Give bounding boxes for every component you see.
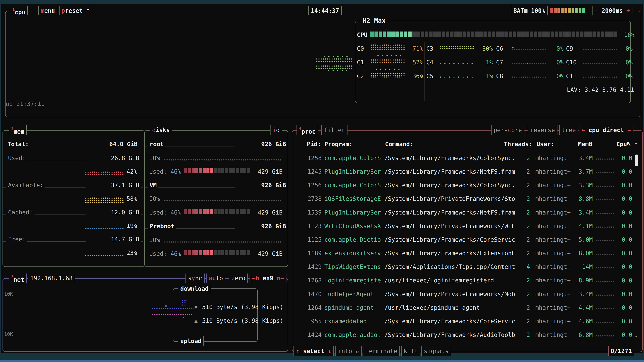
sort-arrow-icon: ↑ (634, 140, 638, 148)
proc-user: mhartingt+ (535, 168, 571, 175)
proc-mem: 3.4M (570, 154, 593, 162)
header-cpu[interactable]: Cpu% (616, 140, 630, 148)
interval-value: 2000ms (602, 7, 623, 14)
disk-size: 926 GiB (235, 140, 288, 148)
tab-net[interactable]: 3net (9, 274, 27, 283)
core-label: C0 (357, 45, 364, 52)
proc-sort-switcher[interactable]: ← cpu direct → (579, 125, 634, 135)
proc-program: iOSFilesStorageE (324, 195, 381, 202)
scroll-down-icon[interactable]: ↓ (634, 331, 638, 339)
proc-cpu: 0.0 (614, 182, 632, 189)
proc-sort-next-icon[interactable]: → (628, 127, 631, 133)
net-interface-switcher[interactable]: ←b en9 n→ (250, 274, 286, 283)
core-column-divider (495, 42, 496, 100)
proc-percore-button[interactable]: per-core (491, 125, 524, 135)
proc-selection-position: 0/1271 (608, 347, 634, 356)
proc-command: /System/Library/Frameworks/AudioToolb (384, 331, 515, 339)
proc-cpu: 0.0 (614, 154, 632, 162)
core-label: C4 (426, 59, 433, 66)
net-sync-button[interactable]: sync (186, 274, 204, 283)
proc-sort-prev-icon[interactable]: ← (582, 127, 585, 133)
net-download-graph-dot (165, 305, 166, 307)
header-command[interactable]: Command: (385, 140, 414, 148)
disk-used-value: 429 GiB (248, 168, 282, 175)
proc-info-button[interactable]: info ↵ (336, 347, 362, 356)
net-zero-button[interactable]: zero (229, 274, 248, 283)
core-label: C8 (496, 72, 503, 80)
proc-mem: 4.6M (570, 318, 593, 325)
interval-increase-button[interactable]: + (626, 7, 630, 14)
proc-scrollbar-thumb[interactable] (635, 155, 638, 166)
proc-program: PlugInLibrarySer (324, 168, 381, 175)
header-mem[interactable]: MemB (578, 140, 592, 148)
proc-cpu-graph (596, 226, 614, 228)
bottom-edge-highlight (0, 360, 644, 362)
tab-preset[interactable]: preset * (59, 6, 92, 15)
mem-total-label: Total: (8, 140, 29, 148)
net-prev-button[interactable]: ←b (252, 275, 259, 282)
mem-free-label: Free: (6, 236, 27, 243)
proc-threads: 2 (513, 331, 530, 339)
disk-used-meter-fill (184, 168, 214, 173)
tab-mem[interactable]: 2mem (9, 125, 27, 135)
net-download-title: download (178, 284, 211, 294)
proc-select-button[interactable]: ↑ select ↓ (294, 347, 334, 356)
select-down-icon[interactable]: ↓ (328, 348, 332, 355)
cpu-meter-track (412, 31, 618, 37)
proc-cpu: 0.0 (614, 291, 632, 298)
header-program[interactable]: Program: (324, 140, 353, 148)
header-pid[interactable]: Pid: (302, 140, 321, 148)
tab-cpu[interactable]: 1cpu (10, 6, 28, 15)
upload-speed: 510 Byte/s (3.98 Kibps) (202, 317, 284, 325)
tab-io[interactable]: io (270, 125, 282, 135)
proc-mem: 3.7M (570, 168, 593, 175)
proc-threads: 2 (513, 291, 530, 298)
proc-command: /usr/libexec/loginitemregisterd (384, 277, 494, 284)
proc-reverse-button[interactable]: reverse (528, 125, 558, 135)
preset-hotkey: p (62, 7, 65, 14)
net-scale-bottom: 10K (4, 331, 13, 338)
disk-used-meter-fill (184, 250, 214, 255)
net-auto-button[interactable]: auto (206, 274, 226, 283)
proc-tree-button[interactable]: tree (559, 125, 578, 135)
battery-icon: ■ (524, 7, 528, 14)
tab-menu[interactable]: menu (38, 6, 57, 15)
net-next-button[interactable]: n→ (277, 275, 284, 282)
proc-user: mhartingt+ (535, 209, 571, 216)
header-user[interactable]: User: (536, 140, 554, 148)
interval-decrease-button[interactable]: - (594, 7, 598, 14)
tab-disks[interactable]: disks (150, 125, 172, 135)
proc-cpu-graph (596, 267, 614, 269)
select-up-icon[interactable]: ↑ (296, 348, 300, 355)
proc-pid: 1264 (300, 304, 322, 311)
cpu-model-title: M2 Max (360, 16, 388, 25)
mem-free-value: 14.7 GiB (86, 236, 141, 243)
proc-threads: 2 (513, 222, 530, 230)
proc-kill-button[interactable]: kill (401, 347, 420, 356)
proc-mem: 5.0M (570, 236, 593, 243)
proc-cpu: 0.0 (614, 250, 632, 257)
disk-name: Preboot (148, 223, 176, 230)
proc-threads: 2 (513, 318, 530, 325)
proc-mem: 3.4M (570, 209, 593, 216)
tab-proc[interactable]: 4proc (296, 125, 318, 135)
proc-threads: 2 (513, 236, 530, 243)
proc-terminate-button[interactable]: terminate (363, 347, 400, 356)
proc-filter-button[interactable]: filter (321, 125, 348, 135)
proc-pid: 1245 (300, 168, 322, 175)
download-arrow-icon: ▼ (194, 303, 198, 311)
disk-name: root (148, 140, 165, 148)
proc-signals-button[interactable]: signals (421, 347, 451, 356)
upload-arrow-icon: ▲ (194, 317, 198, 325)
proc-user: mhartingt+ (535, 250, 571, 257)
proc-command: /System/Library/Frameworks/CoreServic (384, 236, 515, 243)
core-percent: 0% (537, 59, 564, 66)
disk-used-label: Used: 46% (149, 250, 181, 257)
uptime: up 21:37:11 (6, 100, 44, 108)
header-threads[interactable]: Threads: (504, 140, 532, 148)
proc-command: /System/Library/Frameworks/ColorSync. (384, 154, 515, 162)
disks-hotkey: d (152, 127, 156, 133)
proc-user: mhartingt+ (535, 318, 571, 325)
net-upload-title: upload (178, 336, 204, 346)
cpu-history-graph (316, 65, 353, 67)
